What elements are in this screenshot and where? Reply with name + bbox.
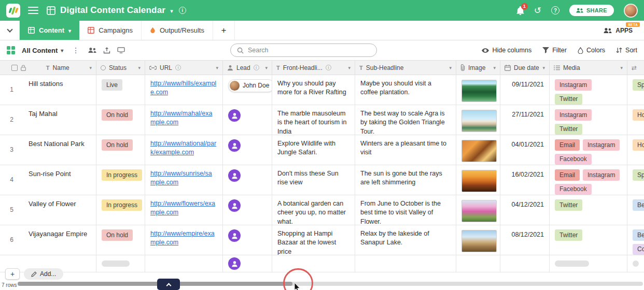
column-header-url[interactable]: URL bbox=[145, 61, 223, 75]
add-tab-button[interactable]: + bbox=[213, 21, 235, 40]
lead-avatar-icon[interactable] bbox=[228, 169, 241, 182]
caret-down-icon[interactable] bbox=[620, 65, 623, 70]
cell-media[interactable]: InstagramTwitterFacebook bbox=[550, 75, 627, 105]
cell-due-date[interactable]: 08/12/2021 bbox=[500, 225, 550, 255]
lead-chip[interactable]: John Doe bbox=[228, 79, 272, 92]
cell-url[interactable]: http://www/empire/example.com bbox=[145, 225, 223, 255]
collaborators-icon[interactable] bbox=[88, 47, 96, 53]
cell-sub-headline[interactable]: Maybe you should visit a coffee plantati… bbox=[355, 75, 456, 105]
cell-partial-column[interactable]: Ho bbox=[627, 105, 644, 135]
cell-sub-headline[interactable]: Winters are a pleasant time to visit bbox=[355, 135, 456, 165]
cell-lead[interactable] bbox=[223, 135, 272, 165]
cell-image[interactable] bbox=[456, 105, 500, 135]
hide-columns-button[interactable]: Hide columns bbox=[482, 47, 531, 54]
tab-output-results[interactable]: Output/Results bbox=[142, 21, 213, 40]
caret-down-icon[interactable] bbox=[542, 65, 545, 70]
cell-image[interactable] bbox=[456, 135, 500, 165]
cell-name[interactable]: Vijayanagar Empire bbox=[23, 225, 96, 255]
cell-image[interactable] bbox=[456, 165, 500, 195]
more-options-icon[interactable] bbox=[70, 46, 81, 54]
scroll-up-button[interactable] bbox=[157, 279, 180, 290]
caret-down-icon[interactable] bbox=[449, 65, 452, 70]
column-header-status[interactable]: Status bbox=[96, 61, 145, 75]
table-row[interactable]: 6 Vijayanagar Empire On hold http://www/… bbox=[0, 225, 644, 255]
cell-status[interactable]: In progress bbox=[96, 195, 145, 225]
grid-view-icon[interactable] bbox=[7, 46, 15, 54]
cell-lead[interactable] bbox=[223, 105, 272, 135]
column-header-due-date[interactable]: Due date bbox=[500, 61, 550, 75]
cell-partial-column[interactable]: Be bbox=[627, 195, 644, 225]
cell-front-headline[interactable]: The marble mausoleum is the heart of tou… bbox=[272, 105, 355, 135]
image-thumbnail[interactable] bbox=[461, 200, 497, 222]
tab-content[interactable]: Content bbox=[20, 21, 79, 40]
cell-front-headline[interactable]: Why you should pay more for a River Raft… bbox=[272, 75, 355, 105]
cell-name[interactable]: Best National Park bbox=[23, 135, 96, 165]
add-row-button[interactable]: + bbox=[5, 268, 20, 280]
title-caret-icon[interactable] bbox=[170, 8, 173, 15]
cell-url[interactable]: http://www/mahal/example.com bbox=[145, 105, 223, 135]
colors-button[interactable]: Colors bbox=[578, 47, 605, 54]
tabs-dropdown-button[interactable] bbox=[0, 21, 20, 40]
table-row[interactable]: 1 Hill stations Live http://www/hills/ex… bbox=[0, 75, 644, 105]
caret-down-icon[interactable] bbox=[138, 65, 141, 70]
export-icon[interactable] bbox=[103, 47, 110, 54]
cell-lead[interactable] bbox=[223, 195, 272, 225]
notifications-button[interactable]: 1 bbox=[516, 6, 524, 15]
cell-status[interactable]: Live bbox=[96, 75, 145, 105]
url-link[interactable]: http://www/national/park/example.com bbox=[150, 139, 217, 157]
cell-status[interactable]: On hold bbox=[96, 105, 145, 135]
cell-status[interactable]: In progress bbox=[96, 165, 145, 195]
column-header-lead[interactable]: Lead bbox=[223, 61, 272, 75]
cell-lead[interactable]: John Doe bbox=[223, 75, 272, 105]
cell-image[interactable] bbox=[456, 75, 500, 105]
user-avatar[interactable] bbox=[624, 4, 638, 18]
image-thumbnail[interactable] bbox=[461, 80, 497, 102]
table-row-empty[interactable] bbox=[0, 255, 644, 272]
display-icon[interactable] bbox=[117, 47, 125, 53]
caret-down-icon[interactable] bbox=[493, 65, 496, 70]
lead-avatar-icon[interactable] bbox=[228, 139, 241, 152]
cell-name[interactable]: Valley of Flower bbox=[23, 195, 96, 225]
search-input[interactable] bbox=[248, 47, 370, 54]
table-row[interactable]: 5 Valley of Flower In progress http://ww… bbox=[0, 195, 644, 225]
caret-down-icon[interactable] bbox=[348, 65, 351, 70]
cell-sub-headline[interactable]: From June to October is the best time to… bbox=[355, 195, 456, 225]
cell-media[interactable]: InstagramTwitterFacebook bbox=[550, 105, 627, 135]
caret-down-icon[interactable] bbox=[216, 65, 218, 70]
image-thumbnail[interactable] bbox=[461, 230, 497, 252]
scrollbar-thumb[interactable] bbox=[18, 282, 292, 286]
cell-due-date[interactable]: 27/11/2021 bbox=[500, 105, 550, 135]
cell-front-headline[interactable]: Shopping at Hampi Bazaar at the lowest p… bbox=[272, 225, 355, 255]
cell-url[interactable]: http://www/hills/example.com bbox=[145, 75, 223, 105]
cell-due-date[interactable]: 04/12/2021 bbox=[500, 195, 550, 225]
column-header-name[interactable]: Name bbox=[0, 61, 96, 75]
table-row[interactable]: 2 Taj Mahal On hold http://www/mahal/exa… bbox=[0, 105, 644, 135]
select-all-checkbox[interactable] bbox=[11, 65, 18, 71]
column-header-partial[interactable] bbox=[627, 61, 644, 75]
lead-avatar-icon[interactable] bbox=[228, 109, 241, 122]
caret-down-icon[interactable] bbox=[265, 65, 268, 70]
column-header-sub-headline[interactable]: Sub-Headline bbox=[355, 61, 456, 75]
history-icon[interactable] bbox=[534, 6, 541, 15]
cell-lead[interactable] bbox=[223, 165, 272, 195]
add-edit-button[interactable]: Add... bbox=[24, 268, 63, 280]
cell-status[interactable]: On hold bbox=[96, 135, 145, 165]
filter-button[interactable]: Filter bbox=[542, 47, 567, 54]
image-thumbnail[interactable] bbox=[461, 170, 497, 192]
url-link[interactable]: http://www/sunrise/sample.com bbox=[150, 169, 217, 187]
cell-sub-headline[interactable]: The sun is gone but the rays are left sh… bbox=[355, 165, 456, 195]
sort-button[interactable]: Sort bbox=[616, 47, 637, 54]
cell-front-headline[interactable]: Don't miss these Sun rise view bbox=[272, 165, 355, 195]
cell-partial-column[interactable]: BeCo bbox=[627, 225, 644, 255]
share-button[interactable]: SHARE bbox=[569, 5, 614, 16]
column-header-image[interactable]: Image bbox=[456, 61, 500, 75]
table-row[interactable]: 3 Best National Park On hold http://www/… bbox=[0, 135, 644, 165]
lead-avatar-icon[interactable] bbox=[228, 257, 241, 270]
cell-media[interactable]: Twitter bbox=[550, 195, 627, 225]
image-thumbnail[interactable] bbox=[461, 110, 497, 132]
search-bar[interactable] bbox=[230, 44, 377, 57]
column-header-front-headline[interactable]: Front-Headli... bbox=[272, 61, 355, 75]
cell-image[interactable] bbox=[456, 225, 500, 255]
cell-media[interactable]: Twitter bbox=[550, 225, 627, 255]
cell-media[interactable]: EmailInstagramFacebookTwitter bbox=[550, 165, 627, 195]
